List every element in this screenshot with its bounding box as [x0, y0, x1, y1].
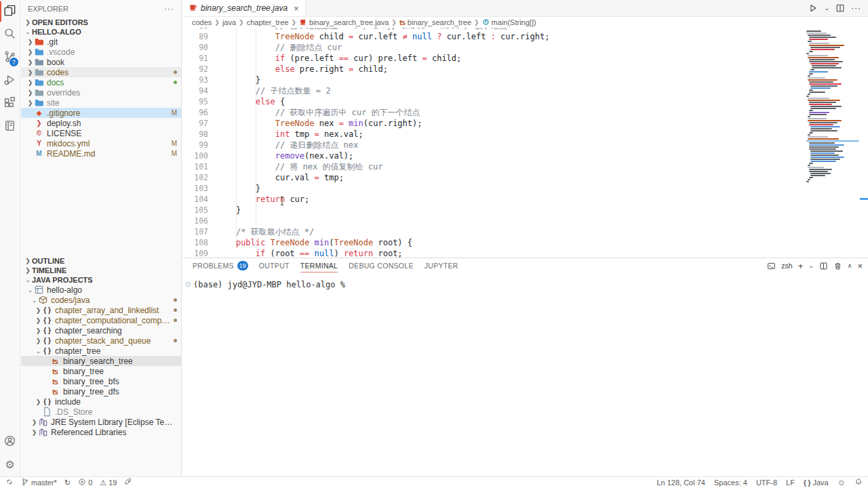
code-line-102[interactable]: 102 cur.val = tmp;: [182, 172, 868, 183]
explorer-item--git[interactable]: ❯.git: [21, 37, 181, 47]
code-line-106[interactable]: 106: [182, 216, 868, 226]
code-line-107[interactable]: 107 /* 获取最小结点 */: [182, 226, 868, 237]
code-line-99[interactable]: 99 // 递归删除结点 nex: [182, 140, 868, 150]
breadcrumb-item[interactable]: ʦbinary_search_tree: [399, 18, 471, 26]
status-remote-indicator[interactable]: [5, 478, 14, 487]
explorer-item-license[interactable]: ©LICENSE: [21, 128, 181, 138]
run-button[interactable]: [808, 3, 818, 13]
explorer-item-mkdocs-yml[interactable]: Ymkdocs.ymlM: [21, 138, 181, 148]
code-line-89[interactable]: 89 TreeNode child = cur.left ≠ null ? cu…: [182, 31, 868, 42]
code-line-96[interactable]: 96 // 获取中序遍历中 cur 的下一个结点: [182, 107, 868, 118]
breadcrumb-item[interactable]: java: [222, 18, 236, 26]
explorer-item--gitignore[interactable]: ◆.gitignoreM: [21, 108, 181, 118]
status-errors[interactable]: 0: [78, 478, 92, 487]
code-line-101[interactable]: 101 // 将 nex 的值复制给 cur: [182, 161, 868, 172]
more-actions-button[interactable]: ···: [851, 3, 861, 13]
java-tree-item-chapter-tree[interactable]: ⌄{ }chapter_tree: [21, 346, 181, 356]
activity-bar-notebook[interactable]: [0, 115, 20, 138]
activity-bar-run-and-debug[interactable]: [0, 69, 20, 92]
minimap-line: [808, 120, 842, 121]
status-eol[interactable]: LF: [786, 479, 795, 487]
code-line-103[interactable]: 103 }: [182, 183, 868, 194]
outline-header[interactable]: ❯ OUTLINE: [21, 256, 181, 266]
code-editor[interactable]: 88 // 当子结点数量 = 0 / 1 时, child = null / 该…: [182, 28, 868, 258]
breadcrumb-item[interactable]: chapter_tree: [247, 18, 289, 26]
minimap[interactable]: [806, 30, 861, 183]
panel-tab-debug-console[interactable]: DEBUG CONSOLE: [349, 258, 414, 273]
status-java-runtime[interactable]: [124, 478, 132, 487]
java-tree-item-codes-java[interactable]: ⌄codes/java: [21, 295, 181, 305]
status-sync[interactable]: ↻: [64, 479, 71, 487]
code-line-93[interactable]: 93 }: [182, 75, 868, 85]
code-line-109[interactable]: 109 if (root == null) return root;: [182, 248, 868, 258]
breadcrumb-item[interactable]: codes: [192, 18, 212, 26]
split-editor-button[interactable]: [835, 3, 845, 13]
java-tree-item--ds-store[interactable]: .DS_Store: [21, 407, 181, 417]
status-git-branch[interactable]: master*: [21, 478, 57, 487]
code-line-100[interactable]: 100 remove(nex.val);: [182, 150, 868, 161]
code-line-92[interactable]: 92 else pre.right = child;: [182, 64, 868, 75]
status-indentation[interactable]: Spaces: 4: [714, 479, 747, 487]
run-dropdown-chevron-icon[interactable]: ⌄: [824, 5, 829, 12]
status-encoding[interactable]: UTF-8: [756, 479, 777, 487]
activity-bar-source-control[interactable]: 7: [0, 46, 20, 69]
activity-bar-account[interactable]: [0, 430, 20, 453]
java-tree-item-binary-tree-dfs[interactable]: ʦbinary_tree_dfs: [21, 386, 181, 396]
terminal[interactable]: (base) jyd@JYD-MBP hello-algo %: [182, 273, 868, 289]
explorer-item-docs[interactable]: ❯docs: [21, 77, 181, 87]
workspace-header[interactable]: ⌄ HELLO-ALGO: [21, 27, 181, 37]
java-tree-item-binary-search-tree[interactable]: ʦbinary_search_tree: [21, 356, 181, 366]
status-language-mode[interactable]: { }Java: [804, 479, 829, 487]
java-tree-item-chapter-computational-complexity[interactable]: ❯{ }chapter_computational_complexity: [21, 315, 181, 325]
minimap-line: [810, 130, 837, 131]
panel-tab-output[interactable]: OUTPUT: [259, 258, 290, 273]
panel-tab-problems[interactable]: PROBLEMS19: [193, 258, 248, 273]
code-line-91[interactable]: 91 if (pre.left == cur) pre.left = child…: [182, 53, 868, 64]
java-tree-item-chapter-searching[interactable]: ❯{ }chapter_searching: [21, 325, 181, 336]
code-line-108[interactable]: 108 public TreeNode min(TreeNode root) {: [182, 237, 868, 248]
timeline-header[interactable]: ❯ TIMELINE: [21, 266, 181, 275]
java-tree-item-referenced-libraries[interactable]: ❯Referenced Libraries: [21, 427, 181, 437]
code-line-94[interactable]: 94 // 子结点数量 = 2: [182, 85, 868, 96]
explorer-item-site[interactable]: ❯site: [21, 98, 181, 108]
explorer-item--vscode[interactable]: ❯.vscode: [21, 47, 181, 57]
panel-tab-terminal[interactable]: TERMINAL: [300, 258, 338, 273]
breadcrumb-separator-icon: ❯: [473, 19, 480, 26]
code-line-97[interactable]: 97 TreeNode nex = min(cur.right);: [182, 118, 868, 129]
status-warnings[interactable]: ⚠19: [100, 479, 117, 487]
breadcrumb-item[interactable]: main(String[]): [482, 18, 536, 27]
java-tree-item-hello-algo[interactable]: ⌄hello-algo: [21, 285, 181, 295]
java-tree-item-include[interactable]: ❯{ }include: [21, 396, 181, 407]
code-line-90[interactable]: 90 // 删除结点 cur: [182, 42, 868, 53]
activity-bar-extensions[interactable]: [0, 92, 20, 115]
explorer-item-overrides[interactable]: ❯overrides: [21, 87, 181, 98]
explorer-item-book[interactable]: ❯book: [21, 57, 181, 67]
java-tree-item-binary-tree[interactable]: ʦbinary_tree: [21, 366, 181, 376]
java-tree-item-binary-tree-bfs[interactable]: ʦbinary_tree_bfs: [21, 376, 181, 386]
file-icon: M: [34, 149, 44, 158]
tab-close-icon[interactable]: ×: [294, 3, 299, 14]
java-tree-item-chapter-stack-and-queue[interactable]: ❯{ }chapter_stack_and_queue: [21, 336, 181, 346]
activity-bar-settings[interactable]: ⚙: [0, 453, 20, 476]
status-cursor-position[interactable]: Ln 128, Col 74: [656, 479, 705, 487]
tab-binary-search-tree[interactable]: binary_search_tree.java ×: [182, 0, 306, 16]
explorer-item-readme-md[interactable]: MREADME.mdM: [21, 148, 181, 159]
status-notifications[interactable]: [854, 478, 863, 487]
chevron-right-icon: ❯: [21, 327, 42, 334]
explorer-item-deploy-sh[interactable]: ❯deploy.sh: [21, 118, 181, 128]
activity-bar-search[interactable]: [0, 23, 20, 46]
open-editors-header[interactable]: ❯ OPEN EDITORS: [21, 18, 181, 27]
activity-bar-explorer[interactable]: [0, 0, 20, 23]
breadcrumb-item[interactable]: binary_search_tree.java: [299, 18, 389, 27]
file-icon: ❯: [34, 119, 44, 127]
panel-tab-jupyter[interactable]: JUPYTER: [425, 258, 458, 273]
code-line-95[interactable]: 95 else {: [182, 96, 868, 107]
java-tree-item-jre-system-library-eclipse-temurin-17-17-[interactable]: ❯JRE System Library [Eclipse Temurin 17 …: [21, 417, 181, 427]
code-line-98[interactable]: 98 int tmp = nex.val;: [182, 129, 868, 140]
code-line-105[interactable]: 105 }: [182, 205, 868, 216]
java-projects-header[interactable]: ⌄ JAVA PROJECTS: [21, 275, 181, 285]
explorer-item-codes[interactable]: ❯codes: [21, 67, 181, 77]
explorer-more-actions-button[interactable]: ···: [164, 4, 174, 14]
java-tree-item-chapter-array-and-linkedlist[interactable]: ❯{ }chapter_array_and_linkedlist: [21, 305, 181, 315]
status-feedback[interactable]: ☺: [837, 478, 846, 487]
